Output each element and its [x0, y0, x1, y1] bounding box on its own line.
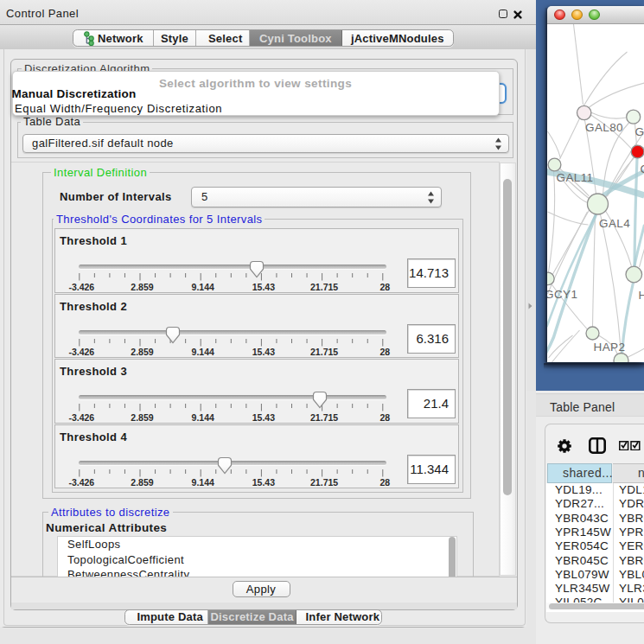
- svg-text:GCY1: GCY1: [547, 288, 577, 301]
- svg-text:H: H: [638, 289, 644, 302]
- svg-text:GAL8: GAL8: [634, 125, 644, 138]
- svg-text:GAL11: GAL11: [556, 171, 593, 184]
- svg-text:GAL4: GAL4: [599, 217, 630, 230]
- svg-text:GAL80: GAL80: [585, 121, 623, 134]
- svg-text:C.: C.: [640, 163, 644, 175]
- svg-text:HAP2: HAP2: [593, 341, 625, 354]
